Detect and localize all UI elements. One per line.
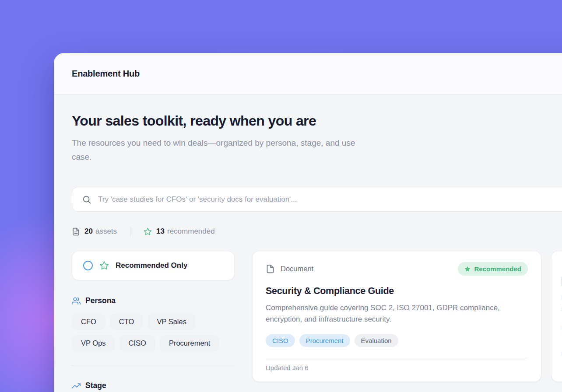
- document-icon: [266, 264, 275, 273]
- assets-label: assets: [95, 227, 117, 236]
- persona-chip-ciso[interactable]: CISO: [119, 335, 155, 351]
- persona-section-heading: Persona: [72, 296, 235, 305]
- recommended-badge-label: Recommended: [474, 265, 521, 273]
- search-icon: [82, 195, 91, 204]
- tag-procurement: Procurement: [299, 334, 350, 347]
- star-icon: [99, 261, 109, 270]
- asset-card[interactable]: Document Recommended Security & Complian…: [252, 251, 541, 382]
- main-content: Your sales toolkit, ready when you are T…: [54, 94, 562, 392]
- persona-chip-cfo[interactable]: CFO: [72, 314, 105, 330]
- recommended-count: 13: [156, 227, 165, 236]
- app-window: Enablement Hub Your sales toolkit, ready…: [54, 53, 562, 392]
- search-input[interactable]: [98, 195, 562, 204]
- page-title: Your sales toolkit, ready when you are: [72, 113, 562, 129]
- asset-tags: CISO Procurement Evaluation: [266, 334, 528, 347]
- asset-title: Security & Compliance Guide: [266, 286, 528, 297]
- asset-description-line1: Comprehensive guide covering SOC 2, ISO …: [266, 302, 528, 314]
- asset-description: Comprehensive guide covering SOC 2, ISO …: [266, 302, 528, 325]
- page-subtitle-line1: The resources you need to win deals—orga…: [72, 136, 562, 150]
- filters-sidebar: Recommended Only Persona CFO CTO VP Sale…: [72, 251, 235, 390]
- persona-chip-vp-sales[interactable]: VP Sales: [148, 314, 196, 330]
- recommended-only-label: Recommended Only: [116, 261, 187, 270]
- stats-row: 20 assets 13 recommended: [72, 227, 562, 236]
- asset-card-header: Document Recommended: [266, 262, 528, 276]
- trending-up-icon: [72, 382, 81, 390]
- radio-circle-icon[interactable]: [83, 261, 93, 270]
- stage-section-heading: Stage: [72, 381, 235, 390]
- persona-chip-vp-ops[interactable]: VP Ops: [72, 335, 115, 351]
- search-bar[interactable]: [72, 187, 562, 212]
- recommended-only-toggle[interactable]: Recommended Only: [72, 251, 235, 280]
- page-subtitle-line2: case.: [72, 150, 562, 164]
- recommended-badge: Recommended: [458, 262, 528, 276]
- stage-label: Stage: [85, 381, 106, 390]
- content-row: Recommended Only Persona CFO CTO VP Sale…: [72, 251, 562, 390]
- asset-type: Document: [266, 264, 313, 273]
- asset-type-label: Document: [281, 265, 313, 273]
- stats-divider: [130, 227, 130, 236]
- users-icon: [72, 297, 81, 305]
- star-filled-icon: [464, 266, 471, 272]
- asset-updated: Updated Jan 6: [266, 358, 528, 371]
- asset-cards-grid: Document Recommended Security & Complian…: [252, 251, 562, 382]
- app-title: Enablement Hub: [72, 69, 140, 79]
- asset-description-line2: encryption, and infrastructure security.: [266, 314, 528, 325]
- tag-evaluation: Evaluation: [355, 334, 398, 347]
- tag-ciso: CISO: [266, 334, 295, 347]
- persona-chips: CFO CTO VP Sales VP Ops CISO Procurement: [72, 314, 235, 351]
- app-header: Enablement Hub: [54, 53, 562, 94]
- star-icon: [144, 228, 152, 236]
- file-text-icon: [72, 228, 80, 236]
- page-subtitle: The resources you need to win deals—orga…: [72, 136, 562, 164]
- persona-label: Persona: [85, 296, 116, 305]
- assets-count: 20: [84, 227, 93, 236]
- persona-chip-procurement[interactable]: Procurement: [160, 335, 219, 351]
- sidebar-divider: [72, 366, 235, 366]
- asset-card-clipped[interactable]: [551, 251, 562, 382]
- recommended-label: recommended: [167, 227, 215, 236]
- persona-chip-cto[interactable]: CTO: [110, 314, 144, 330]
- desktop-background: Enablement Hub Your sales toolkit, ready…: [0, 0, 562, 392]
